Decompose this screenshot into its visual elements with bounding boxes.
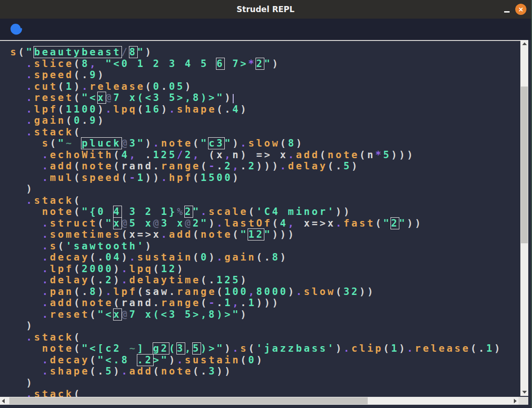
code-line: .shape(.5).add(note(.3)) xyxy=(10,366,521,377)
horizontal-scrollbar-thumb[interactable] xyxy=(9,397,368,404)
scrollbar-corner xyxy=(519,397,528,405)
code-line: .lpf(1100).lpq(16).shape(.4) xyxy=(10,104,521,115)
code-line: .reset("<x@7 x(<3 5>,8)>") xyxy=(10,309,521,321)
code-line: .gain(0.9) xyxy=(10,115,521,127)
code-line: .echoWith(4, .125/2, (x,n) => x.add(note… xyxy=(10,149,521,161)
code-line: .reset("<x@7 x(<3 5>,8)>") xyxy=(10,92,521,104)
code-line: .add(note(rand.range(-.1,.1))) xyxy=(10,297,521,309)
active-token-highlight: 2 xyxy=(391,218,399,229)
code-line: ) xyxy=(10,320,521,332)
active-token-highlight: x xyxy=(114,218,121,229)
code-line: ) xyxy=(10,377,521,389)
active-token-highlight: .2 xyxy=(137,354,153,366)
close-button[interactable]: × xyxy=(515,4,526,15)
vertical-scrollbar[interactable] xyxy=(520,40,528,396)
code-line: s("~ pluck@3").note("c3").slow(8) xyxy=(10,138,521,149)
code-line: .mul(speed(-1)).hpf(1500) xyxy=(10,172,521,184)
code-line: .add(note(rand.range(-.2,.2))).delay(.5) xyxy=(10,161,521,172)
code-line: .s('sawtooth') xyxy=(10,241,521,252)
active-token-highlight: 12 xyxy=(248,229,264,240)
strudel-repl-window: Strudel REPL × s("beautybeast/8") .slice… xyxy=(0,0,532,408)
code-line: .speed(.9) xyxy=(10,69,521,81)
code-line: .stack( xyxy=(10,195,521,207)
code-line: .stack( xyxy=(10,388,521,397)
toolbar xyxy=(0,19,531,40)
active-token-highlight: 5 xyxy=(193,343,201,354)
code-line: note("<[c2 ~] g2(3,5)>").s('jazzbass').c… xyxy=(10,343,521,354)
code-editor[interactable]: s("beautybeast/8") .slice(8, "<0 1 2 3 4… xyxy=(0,40,521,397)
horizontal-scrollbar[interactable] xyxy=(0,397,519,405)
code-line: .cut(1).release(0.05) xyxy=(10,81,521,93)
code-line: .decay(.04).sustain(0).gain(.8) xyxy=(10,252,521,263)
strudel-spiral-logo-icon[interactable] xyxy=(10,22,23,35)
code-line: .slice(8, "<0 1 2 3 4 5 6 7>*2") xyxy=(10,58,521,70)
active-token-highlight: 2 xyxy=(256,58,264,69)
active-token-highlight: 8 xyxy=(129,47,137,58)
scroll-left-arrow-icon[interactable] xyxy=(2,399,5,403)
scroll-up-arrow-icon[interactable] xyxy=(522,42,527,45)
titlebar[interactable]: Strudel REPL × xyxy=(0,0,531,19)
code-line: s("beautybeast/8") xyxy=(10,47,521,58)
active-token-highlight: c3 xyxy=(209,138,224,149)
window-title: Strudel REPL xyxy=(0,0,531,19)
code-line: ) xyxy=(10,183,521,195)
code-line: .struct("x@5 x@3 x@2").lastOf(4, x=>x.fa… xyxy=(10,218,521,229)
code-lines: s("beautybeast/8") .slice(8, "<0 1 2 3 4… xyxy=(0,41,521,397)
active-token-highlight: x xyxy=(98,92,106,103)
active-token-highlight: 4 xyxy=(114,206,121,217)
active-token-highlight: 2 xyxy=(185,206,193,217)
code-line: .delay(.2).delaytime(.125) xyxy=(10,274,521,286)
code-line: .pan(.8).lpf(saw.range(100,8000).slow(32… xyxy=(10,286,521,298)
code-line: .lpf(2000).lpq(12) xyxy=(10,263,521,275)
active-token-highlight: 3 xyxy=(177,343,185,354)
vertical-scrollbar-thumb[interactable] xyxy=(521,87,528,243)
minimize-button[interactable] xyxy=(504,11,510,13)
scroll-down-arrow-icon[interactable] xyxy=(522,391,527,394)
code-line: note("{0 4 3 2 1}%2".scale('C4 minor')) xyxy=(10,206,521,218)
active-token-highlight: pluck xyxy=(81,138,121,149)
active-token-highlight: g2 xyxy=(153,343,169,354)
code-line: .stack( xyxy=(10,127,521,138)
code-line: .sometimes(x=>x.add(note("12"))) xyxy=(10,229,521,241)
text-cursor xyxy=(233,94,234,103)
scroll-right-arrow-icon[interactable] xyxy=(514,399,517,403)
code-line: .decay("<.8 .2>").sustain(0) xyxy=(10,354,521,366)
active-token-highlight: 6 xyxy=(216,58,224,69)
active-token-highlight: beautybeast xyxy=(34,47,121,58)
code-line: .stack( xyxy=(10,332,521,343)
active-token-highlight: x xyxy=(114,309,121,320)
